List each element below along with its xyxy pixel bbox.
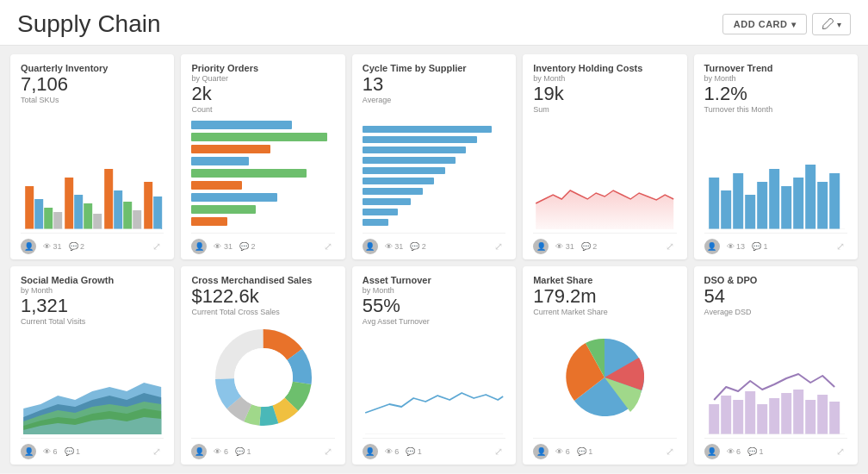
expand-icon[interactable]: ⤢ bbox=[150, 240, 164, 253]
card-turnover-trend: Turnover Trend by Month 1.2% Turnover th… bbox=[694, 54, 858, 259]
card-social-media-growth: Social Media Growth by Month 1,321 Curre… bbox=[10, 266, 174, 465]
svg-rect-48 bbox=[829, 402, 840, 434]
eye-icon: 👁 6 bbox=[385, 447, 400, 456]
svg-rect-13 bbox=[153, 196, 162, 229]
card-title: Cross Merchandised Sales bbox=[191, 275, 334, 285]
card-title: Asset Turnover bbox=[363, 275, 505, 285]
avatar: 👤 bbox=[704, 444, 720, 459]
footer-stats: 👁 31 💬 2 bbox=[214, 242, 313, 251]
footer-stats: 👁 13 💬 1 bbox=[727, 242, 827, 251]
svg-rect-7 bbox=[93, 214, 102, 229]
chevron-down-icon bbox=[837, 19, 841, 29]
eye-icon: 👁 31 bbox=[385, 242, 404, 251]
card-footer: 👤 👁 31 💬 2 ⤢ bbox=[533, 233, 676, 254]
expand-icon[interactable]: ⤢ bbox=[834, 445, 847, 458]
eye-icon: 👁 6 bbox=[214, 447, 228, 456]
card-chart bbox=[21, 329, 164, 434]
svg-rect-42 bbox=[757, 404, 767, 434]
combo-bar-line-chart bbox=[704, 357, 847, 434]
expand-icon[interactable]: ⤢ bbox=[663, 445, 677, 458]
comment-icon: 💬 1 bbox=[577, 447, 593, 456]
svg-rect-2 bbox=[44, 208, 53, 229]
eye-icon: 👁 31 bbox=[43, 242, 62, 251]
avatar: 👤 bbox=[363, 239, 378, 254]
svg-rect-46 bbox=[805, 400, 815, 434]
page-header: Supply Chain ADD CARD bbox=[0, 0, 868, 46]
expand-icon[interactable]: ⤢ bbox=[834, 240, 847, 253]
svg-rect-11 bbox=[133, 210, 141, 229]
expand-icon[interactable]: ⤢ bbox=[663, 240, 677, 253]
card-chart bbox=[191, 117, 334, 229]
svg-rect-4 bbox=[65, 178, 73, 229]
expand-icon[interactable]: ⤢ bbox=[492, 445, 505, 458]
svg-rect-12 bbox=[144, 182, 152, 229]
card-title: Cycle Time by Supplier bbox=[363, 63, 505, 73]
card-footer: 👤 👁 6 💬 1 ⤢ bbox=[533, 438, 676, 459]
card-subtitle: by Month bbox=[363, 286, 505, 295]
card-quarterly-inventory: Quarterly Inventory 7,106 Total SKUs bbox=[10, 54, 174, 259]
card-dso-dpo: DSO & DPO 54 Average DSD bbox=[694, 266, 858, 465]
card-chart bbox=[704, 117, 847, 229]
svg-rect-1 bbox=[34, 199, 43, 229]
add-card-button[interactable]: ADD CARD bbox=[722, 14, 807, 34]
card-value: 1,321 bbox=[21, 296, 164, 316]
avatar: 👤 bbox=[21, 444, 36, 459]
comment-icon: 💬 2 bbox=[581, 242, 598, 251]
card-value: 179.2m bbox=[533, 286, 676, 307]
footer-stats: 👁 31 💬 2 bbox=[385, 242, 485, 251]
comment-icon: 💬 2 bbox=[239, 242, 256, 251]
card-chart bbox=[363, 329, 505, 434]
tools-button[interactable] bbox=[812, 13, 851, 35]
svg-rect-45 bbox=[793, 390, 803, 434]
svg-rect-40 bbox=[733, 400, 743, 434]
comment-icon: 💬 1 bbox=[235, 447, 251, 456]
card-title: Social Media Growth bbox=[21, 275, 164, 285]
eye-icon: 👁 31 bbox=[214, 242, 232, 251]
dashboard-grid: Quarterly Inventory 7,106 Total SKUs bbox=[0, 46, 868, 473]
card-footer: 👤 👁 6 💬 1 ⤢ bbox=[704, 438, 847, 459]
expand-icon[interactable]: ⤢ bbox=[492, 240, 505, 253]
card-label: Turnover this Month bbox=[704, 105, 847, 114]
card-title: Priority Orders bbox=[191, 63, 334, 73]
avatar: 👤 bbox=[191, 444, 207, 459]
card-value: 55% bbox=[363, 296, 505, 316]
page-title: Supply Chain bbox=[17, 10, 161, 38]
avatar: 👤 bbox=[704, 239, 720, 254]
svg-rect-23 bbox=[805, 165, 815, 229]
svg-rect-3 bbox=[53, 212, 62, 229]
pie-chart bbox=[553, 330, 656, 425]
card-subtitle: by Month bbox=[21, 286, 164, 295]
card-title: Market Share bbox=[533, 275, 676, 285]
card-chart bbox=[533, 320, 676, 434]
area-stacked-chart bbox=[21, 348, 164, 434]
expand-icon[interactable]: ⤢ bbox=[150, 445, 164, 458]
comment-icon: 💬 1 bbox=[747, 447, 764, 456]
card-footer: 👤 👁 31 💬 2 ⤢ bbox=[363, 233, 505, 254]
eye-icon: 👁 6 bbox=[727, 447, 741, 456]
svg-rect-18 bbox=[745, 195, 755, 229]
svg-rect-39 bbox=[721, 396, 731, 434]
card-label: Average DSD bbox=[704, 308, 847, 316]
footer-stats: 👁 31 💬 2 bbox=[555, 242, 655, 251]
card-subtitle: by Month bbox=[704, 74, 847, 83]
expand-icon[interactable]: ⤢ bbox=[321, 445, 335, 458]
card-value: 13 bbox=[363, 74, 505, 95]
eye-icon: 👁 6 bbox=[555, 447, 570, 456]
grouped-bar-chart bbox=[21, 152, 164, 229]
svg-point-36 bbox=[234, 348, 293, 407]
card-value: 19k bbox=[533, 84, 676, 104]
expand-icon[interactable]: ⤢ bbox=[321, 240, 335, 253]
comment-icon: 💬 2 bbox=[69, 242, 85, 251]
card-label: Current Total Visits bbox=[21, 317, 164, 326]
donut-chart bbox=[212, 326, 315, 429]
card-label: Total SKUs bbox=[21, 96, 164, 104]
card-inventory-holding: Inventory Holding Costs by Month 19k Sum… bbox=[523, 54, 686, 259]
svg-rect-8 bbox=[104, 169, 113, 229]
card-cycle-time: Cycle Time by Supplier 13 Average 👤 👁 31… bbox=[352, 54, 516, 259]
card-subtitle: by Quarter bbox=[191, 74, 334, 83]
footer-stats: 👁 6 💬 1 bbox=[385, 447, 485, 456]
svg-rect-25 bbox=[829, 173, 840, 229]
svg-rect-6 bbox=[84, 203, 92, 229]
card-value: 1.2% bbox=[704, 84, 847, 104]
avatar: 👤 bbox=[191, 239, 207, 254]
